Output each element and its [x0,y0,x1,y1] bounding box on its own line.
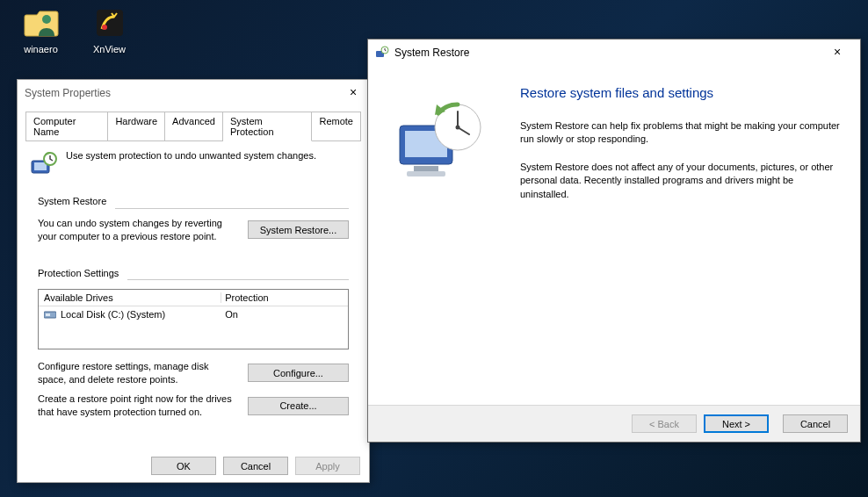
tab-remote[interactable]: Remote [312,112,361,140]
tab-advanced[interactable]: Advanced [165,112,223,140]
group-title: Protection Settings [38,268,122,278]
svg-point-0 [42,15,51,24]
svg-rect-7 [46,313,50,316]
ok-button[interactable]: OK [151,457,216,475]
create-button[interactable]: Create... [248,397,349,415]
create-description: Create a restore point right now for the… [38,393,237,419]
group-system-restore: System Restore You can undo system chang… [29,194,358,259]
restore-description: You can undo system changes by reverting… [38,217,237,243]
system-restore-button[interactable]: System Restore... [248,220,349,239]
svg-rect-1 [97,10,123,36]
desktop-icon-label: XnView [81,44,138,54]
window-title: System Properties [25,87,343,99]
titlebar[interactable]: System Restore × [368,40,860,66]
window-system-properties: System Properties × Computer Name Hardwa… [17,79,370,483]
restore-icon [375,46,389,60]
back-button[interactable]: < Back [632,414,697,433]
dialog-buttons: OK Cancel Apply [18,449,369,483]
desktop-icon-xnview[interactable]: XnView [81,4,138,54]
configure-description: Configure restore settings, manage disk … [38,360,237,386]
desktop-icon-label: winaero [12,44,69,54]
svg-point-2 [102,25,107,30]
svg-rect-12 [414,166,438,171]
wizard-paragraph: System Restore does not affect any of yo… [520,161,841,201]
window-title: System Restore [394,47,820,59]
svg-rect-13 [407,171,445,176]
xnview-icon [91,4,128,41]
drive-name: Local Disk (C:) (System) [61,309,165,320]
close-button[interactable]: × [820,43,855,62]
hint-text: Use system protection to undo unwanted s… [66,150,316,161]
window-system-restore: System Restore × Restore system files an… [367,39,861,443]
tabs: Computer Name Hardware Advanced System P… [25,112,361,141]
group-protection-settings: Protection Settings Available Drives Pro… [29,266,358,435]
wizard-heading: Restore system files and settings [520,85,841,100]
group-title: System Restore [38,196,110,206]
configure-button[interactable]: Configure... [248,364,349,382]
wizard-paragraph: System Restore can help fix problems tha… [520,119,841,147]
apply-button[interactable]: Apply [295,457,360,475]
shield-restore-icon [29,150,57,178]
cancel-button[interactable]: Cancel [223,457,288,475]
titlebar[interactable]: System Properties × [18,80,369,106]
column-header-drives[interactable]: Available Drives [44,292,217,303]
drive-icon [44,309,56,320]
tab-computer-name[interactable]: Computer Name [25,112,108,140]
drive-protection: On [225,309,343,320]
close-button[interactable]: × [343,83,364,103]
desktop-icon-winaero[interactable]: winaero [12,4,69,54]
folder-person-icon [23,4,60,41]
column-header-protection[interactable]: Protection [225,292,343,303]
wizard-buttons: < Back Next > Cancel [368,405,860,442]
svg-rect-4 [34,162,47,170]
next-button[interactable]: Next > [704,414,769,433]
tab-system-protection[interactable]: System Protection [223,112,312,141]
drives-table: Available Drives Protection Local Disk (… [38,289,349,349]
wizard-graphic-pane [368,66,513,405]
restore-graphic-icon [393,96,489,192]
cancel-button[interactable]: Cancel [783,414,848,433]
tab-hardware[interactable]: Hardware [108,112,165,140]
table-row[interactable]: Local Disk (C:) (System) On [39,306,348,322]
